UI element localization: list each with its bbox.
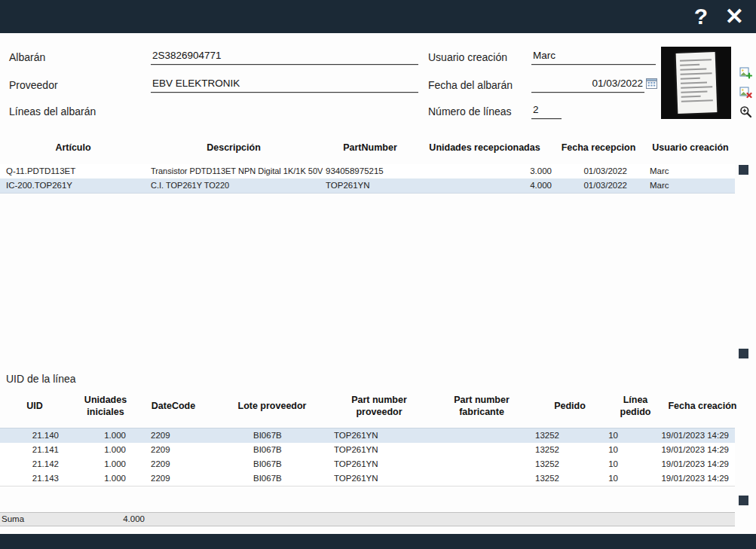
cell-descripcion: C.I. TOP261Y TO220 (151, 178, 323, 193)
cell-fecha-creacion: 19/01/2023 14:29 (648, 471, 729, 486)
cell-unidades: 4.000 (422, 178, 552, 193)
cell-pedido: 13252 (507, 429, 559, 443)
albaran-input[interactable] (151, 47, 418, 65)
table-row-selected[interactable]: IC-200.TOP261Y C.I. TOP261Y TO220 TOP261… (0, 178, 735, 194)
cell-uid: 21.140 (6, 429, 59, 443)
uid-table-side-button[interactable] (739, 496, 748, 505)
uid-row[interactable]: 21.143 1.000 2209 BI067B TOP261YN 13252 … (0, 471, 735, 486)
col-header-fecha-recepcion: Fecha recepcion (556, 140, 641, 155)
cell-pedido: 13252 (507, 471, 559, 486)
col-header-partnumber: PartNumber (326, 140, 415, 155)
cell-datecode: 2209 (151, 457, 204, 471)
suma-row: Suma 4.000 (0, 512, 735, 526)
cell-usuario: Marc (650, 164, 718, 178)
albaran-window: ? ✕ Albarán Usuario creación Proveedor F… (0, 0, 756, 549)
cell-linea-pedido: 10 (580, 443, 618, 457)
cell-descripcion: Transistor PDTD113ET NPN Digital 1K/1K 5… (151, 164, 323, 178)
col-header-datecode: DateCode (142, 392, 205, 421)
cell-datecode: 2209 (151, 471, 204, 486)
cell-unidades-iniciales: 1.000 (72, 457, 126, 471)
cell-datecode: 2209 (151, 429, 204, 443)
uid-section-title: UID de la línea (6, 373, 76, 385)
cell-linea-pedido: 10 (580, 457, 618, 471)
delete-image-icon[interactable] (739, 86, 752, 99)
fecha-albaran-label: Fecha del albarán (428, 79, 513, 91)
col-header-articulo: Artículo (6, 140, 140, 155)
cell-fecha-creacion: 19/01/2023 14:29 (648, 443, 729, 457)
cell-uid: 21.141 (6, 443, 59, 457)
zoom-image-icon[interactable] (739, 105, 752, 118)
proveedor-label: Proveedor (9, 79, 58, 91)
cell-partnumber: TOP261YN (326, 178, 412, 193)
col-header-pn-fabricante: Part number fabricante (431, 392, 532, 421)
cell-fecha-creacion: 19/01/2023 14:29 (648, 429, 729, 443)
cell-unidades: 3.000 (422, 164, 552, 178)
cell-pedido: 13252 (507, 443, 559, 457)
col-header-descripcion: Descripción (143, 140, 324, 155)
titlebar: ? ✕ (0, 0, 756, 33)
col-header-fecha-creacion: Fecha creación (665, 392, 740, 421)
cell-usuario: Marc (650, 178, 718, 193)
albaran-photo-thumbnail[interactable] (661, 47, 731, 119)
numero-lineas-input[interactable] (531, 101, 562, 119)
cell-articulo: IC-200.TOP261Y (6, 178, 142, 193)
cell-unidades-iniciales: 1.000 (72, 443, 126, 457)
cell-pn-proveedor: TOP261YN (334, 471, 421, 486)
lines-table-side-button[interactable] (739, 165, 748, 175)
col-header-lote-proveedor: Lote proveedor (216, 392, 329, 421)
calendar-icon[interactable] (646, 78, 657, 89)
col-header-linea-pedido: Línea pedido (609, 392, 662, 421)
col-header-pn-proveedor: Part number proveedor (332, 392, 427, 421)
cell-pn-proveedor: TOP261YN (334, 429, 421, 443)
help-button[interactable]: ? (694, 2, 708, 32)
cell-linea-pedido: 10 (580, 471, 618, 486)
add-image-icon[interactable] (739, 66, 752, 79)
bottom-bar (0, 534, 756, 549)
cell-pn-proveedor: TOP261YN (334, 457, 421, 471)
col-header-unidades-iniciales: Unidades iniciales (72, 392, 139, 421)
uid-section-side-button[interactable] (739, 349, 748, 358)
cell-pn-proveedor: TOP261YN (334, 443, 421, 457)
proveedor-input[interactable] (151, 75, 418, 93)
col-header-uid: UID (6, 392, 63, 421)
fecha-albaran-input[interactable] (531, 75, 644, 93)
cell-fecha-recepcion: 01/03/2022 (562, 178, 627, 193)
usuario-creacion-input[interactable] (531, 47, 656, 65)
cell-unidades-iniciales: 1.000 (72, 471, 126, 486)
lineas-albaran-title: Líneas del albarán (9, 105, 96, 117)
numero-lineas-label: Número de líneas (428, 105, 512, 117)
cell-unidades-iniciales: 1.000 (72, 429, 126, 443)
cell-linea-pedido: 10 (580, 429, 618, 443)
cell-lote: BI067B (253, 429, 325, 443)
cell-lote: BI067B (253, 443, 325, 457)
cell-pedido: 13252 (507, 457, 559, 471)
uid-row[interactable]: 21.142 1.000 2209 BI067B TOP261YN 13252 … (0, 457, 735, 472)
suma-label: Suma (2, 513, 24, 526)
cell-lote: BI067B (253, 471, 325, 486)
document-photo (675, 52, 717, 114)
cell-articulo: Q-11.PDTD113ET (6, 164, 142, 178)
albaran-label: Albarán (9, 51, 45, 63)
cell-fecha-creacion: 19/01/2023 14:29 (648, 457, 729, 471)
cell-uid: 21.142 (6, 457, 59, 471)
col-header-pedido: Pedido (537, 392, 603, 421)
table-row[interactable]: Q-11.PDTD113ET Transistor PDTD113ET NPN … (0, 164, 735, 179)
cell-datecode: 2209 (151, 443, 204, 457)
col-header-unidades: Unidades recepcionadas (416, 140, 553, 155)
cell-uid: 21.143 (6, 471, 59, 486)
cell-fecha-recepcion: 01/03/2022 (562, 164, 627, 178)
suma-value: 4.000 (90, 513, 145, 526)
uid-row[interactable]: 21.141 1.000 2209 BI067B TOP261YN 13252 … (0, 443, 735, 458)
uid-row-selected[interactable]: 21.140 1.000 2209 BI067B TOP261YN 13252 … (0, 428, 735, 444)
col-header-usuario-creacion: Usuario creación (644, 140, 736, 155)
cell-lote: BI067B (253, 457, 325, 471)
cell-partnumber: 934058975215 (326, 164, 412, 178)
close-button[interactable]: ✕ (725, 2, 744, 32)
usuario-creacion-label: Usuario creación (428, 51, 507, 63)
